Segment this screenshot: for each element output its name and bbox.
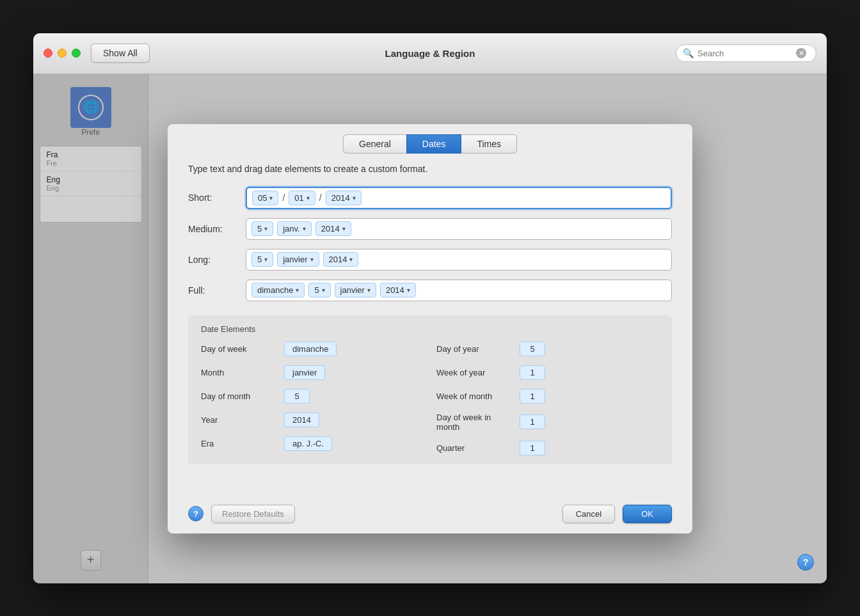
- short-label: Short:: [188, 193, 246, 203]
- day-of-week-in-month-value[interactable]: 1: [520, 415, 545, 429]
- system-preferences-window: Show All Language & Region 🔍 ✕ 🌐 Prefe: [33, 33, 827, 583]
- short-format-fields[interactable]: 05 ▾ / 01 ▾ / 2014 ▾: [246, 187, 672, 209]
- footer-help-button[interactable]: ?: [188, 506, 203, 521]
- element-quarter: Quarter 1: [436, 441, 659, 455]
- week-of-year-value[interactable]: 1: [520, 365, 545, 380]
- dialog-overlay: General Dates Times Type text and drag d…: [33, 74, 827, 583]
- long-month-dropdown[interactable]: janvier ▾: [277, 252, 319, 267]
- month-label: Month: [201, 368, 278, 377]
- week-of-month-label: Week of month: [436, 391, 513, 401]
- full-format-row: Full: dimanche ▾ 5 ▾ janvier ▾ 2014 ▾: [188, 280, 672, 301]
- window-title: Language & Region: [385, 48, 475, 59]
- show-all-button[interactable]: Show All: [91, 43, 150, 63]
- element-era: Era ap. J.-C.: [201, 436, 424, 451]
- full-weekday-dropdown[interactable]: dimanche ▾: [251, 283, 305, 297]
- medium-label: Medium:: [188, 224, 246, 234]
- search-input[interactable]: [697, 49, 793, 58]
- week-of-month-value[interactable]: 1: [520, 389, 545, 404]
- tab-dates[interactable]: Dates: [406, 134, 462, 154]
- year-label: Year: [201, 415, 278, 425]
- window-content: 🌐 Prefe Fra Fre Eng Eng +: [33, 74, 827, 583]
- tab-times[interactable]: Times: [461, 134, 517, 154]
- element-week-of-month: Week of month 1: [436, 389, 659, 404]
- short-sep-1: /: [282, 193, 285, 203]
- date-elements-section: Date Elements Day of week dimanche Month: [188, 315, 672, 464]
- element-day-of-month: Day of month 5: [201, 389, 424, 404]
- long-day-dropdown[interactable]: 5 ▾: [251, 252, 273, 267]
- day-of-year-value[interactable]: 5: [520, 342, 545, 356]
- quarter-label: Quarter: [436, 443, 513, 453]
- full-label: Full:: [188, 285, 246, 296]
- day-of-month-label: Day of month: [201, 391, 278, 401]
- day-of-week-value[interactable]: dimanche: [284, 342, 337, 356]
- quarter-value[interactable]: 1: [520, 441, 545, 455]
- medium-day-dropdown[interactable]: 5 ▾: [251, 221, 273, 236]
- full-format-fields[interactable]: dimanche ▾ 5 ▾ janvier ▾ 2014 ▾: [246, 280, 672, 301]
- title-bar: Show All Language & Region 🔍 ✕: [33, 33, 827, 74]
- element-month: Month janvier: [201, 365, 424, 380]
- medium-format-row: Medium: 5 ▾ janv. ▾ 2014 ▾: [188, 218, 672, 240]
- week-of-year-label: Week of year: [436, 368, 513, 377]
- long-year-dropdown[interactable]: 2014 ▾: [323, 252, 359, 267]
- long-format-row: Long: 5 ▾ janvier ▾ 2014 ▾: [188, 249, 672, 271]
- elements-left-col: Day of week dimanche Month janvier Day o…: [201, 342, 424, 455]
- search-clear-button[interactable]: ✕: [796, 48, 806, 58]
- element-year: Year 2014: [201, 413, 424, 427]
- full-month-dropdown[interactable]: janvier ▾: [335, 283, 376, 297]
- era-label: Era: [201, 439, 278, 448]
- element-day-of-week-in-month: Day of week in month 1: [436, 413, 659, 432]
- full-year-dropdown[interactable]: 2014 ▾: [380, 283, 416, 297]
- year-value[interactable]: 2014: [284, 413, 319, 427]
- long-label: Long:: [188, 255, 246, 265]
- search-box: 🔍 ✕: [676, 44, 816, 62]
- day-of-year-label: Day of year: [436, 344, 513, 354]
- cancel-button[interactable]: Cancel: [562, 505, 615, 523]
- short-month-dropdown[interactable]: 01 ▾: [289, 191, 315, 205]
- medium-year-dropdown[interactable]: 2014 ▾: [315, 221, 351, 236]
- element-week-of-year: Week of year 1: [436, 365, 659, 380]
- medium-month-dropdown[interactable]: janv. ▾: [277, 221, 312, 236]
- long-format-fields[interactable]: 5 ▾ janvier ▾ 2014 ▾: [246, 249, 672, 271]
- short-year-dropdown[interactable]: 2014 ▾: [326, 191, 362, 205]
- element-day-of-week: Day of week dimanche: [201, 342, 424, 356]
- month-value[interactable]: janvier: [284, 365, 325, 380]
- minimize-button[interactable]: [58, 49, 67, 58]
- date-elements-title: Date Elements: [201, 324, 659, 334]
- medium-format-fields[interactable]: 5 ▾ janv. ▾ 2014 ▾: [246, 218, 672, 240]
- instruction-text: Type text and drag date elements to crea…: [188, 164, 672, 174]
- search-icon: 🔍: [683, 48, 694, 58]
- short-sep-2: /: [319, 193, 322, 203]
- elements-right-col: Day of year 5 Week of year 1 Week of mon…: [436, 342, 659, 455]
- dialog-footer: ? Restore Defaults Cancel OK: [168, 494, 692, 533]
- maximize-button[interactable]: [72, 49, 81, 58]
- short-day-dropdown[interactable]: 05 ▾: [252, 191, 278, 205]
- element-day-of-year: Day of year 5: [436, 342, 659, 356]
- restore-defaults-button[interactable]: Restore Defaults: [211, 505, 295, 523]
- dates-dialog: General Dates Times Type text and drag d…: [168, 124, 692, 533]
- elements-grid: Day of week dimanche Month janvier Day o…: [201, 342, 659, 455]
- traffic-lights: [44, 49, 81, 58]
- era-value[interactable]: ap. J.-C.: [284, 436, 332, 451]
- full-day-dropdown[interactable]: 5 ▾: [308, 283, 330, 297]
- tab-bar: General Dates Times: [168, 124, 692, 154]
- day-of-month-value[interactable]: 5: [284, 389, 310, 404]
- short-format-row: Short: 05 ▾ / 01 ▾ / 2014 ▾: [188, 187, 672, 209]
- day-of-week-label: Day of week: [201, 344, 278, 354]
- ok-button[interactable]: OK: [623, 505, 672, 523]
- dialog-content: Type text and drag date elements to crea…: [168, 154, 692, 494]
- tab-general[interactable]: General: [343, 134, 406, 154]
- help-button[interactable]: ?: [797, 554, 814, 571]
- day-of-week-in-month-label: Day of week in month: [436, 413, 513, 432]
- close-button[interactable]: [44, 49, 52, 58]
